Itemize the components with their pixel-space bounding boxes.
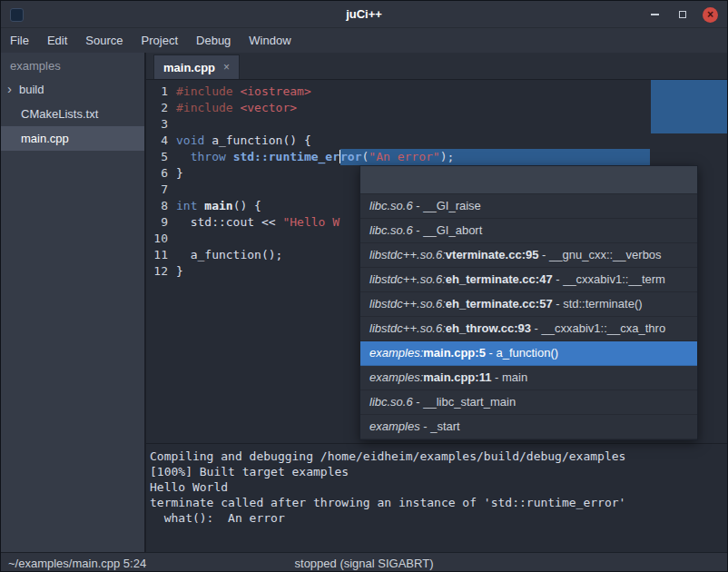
frame-location: main.cpp:5	[423, 346, 486, 360]
code-segment: ror	[340, 149, 361, 165]
titlebar: juCi++ ×	[1, 1, 727, 28]
terminal-line: terminate called after throwing an insta…	[150, 495, 724, 510]
frame-library: libstdc++.so.6:	[369, 248, 446, 261]
frame-function: - __cxxabiv1::__cxa_thro	[531, 321, 665, 335]
code-segment: std::cout <<	[176, 215, 282, 229]
chevron-right-icon[interactable]: ›	[7, 77, 12, 101]
code-line-2[interactable]: 2#include <vector>	[146, 100, 727, 116]
code-content: int main() {	[176, 198, 261, 214]
statusbar: ~/examples/main.cpp 5:24 stopped (signal…	[1, 552, 727, 572]
menubar: FileEditSourceProjectDebugWindow	[1, 28, 727, 53]
sidebar-item-main-cpp[interactable]: main.cpp	[1, 126, 144, 151]
stack-frame-row[interactable]: examples - _start	[360, 415, 697, 439]
frame-library: libstdc++.so.6:	[369, 297, 446, 311]
code-segment: <vector>	[240, 101, 297, 114]
frame-function: - a_function()	[486, 346, 558, 360]
stack-frame-row[interactable]: libstdc++.so.6:eh_terminate.cc:57 - std:…	[360, 292, 697, 317]
menu-edit[interactable]: Edit	[38, 28, 76, 53]
code-segment: int	[176, 199, 197, 212]
frame-location: eh_terminate.cc:47	[446, 272, 553, 286]
terminal-line: [100%] Built target examples	[150, 464, 724, 479]
stack-frame-row[interactable]: libc.so.6 - __GI_abort	[360, 219, 697, 243]
code-segment: }	[176, 264, 183, 278]
frame-location: eh_terminate.cc:57	[446, 297, 553, 311]
sidebar-item-cmakelists-txt[interactable]: CMakeLists.txt	[1, 102, 144, 126]
code-segment: a_function();	[176, 248, 282, 261]
code-content: #include <vector>	[176, 100, 297, 116]
line-number: 7	[146, 182, 168, 198]
minimize-icon	[651, 14, 659, 15]
code-segment: #include	[176, 101, 240, 114]
stack-frame-row[interactable]: libstdc++.so.6:eh_throw.cc:93 - __cxxabi…	[360, 317, 697, 341]
terminal-line: what(): An error	[150, 510, 724, 526]
menu-window[interactable]: Window	[240, 28, 300, 53]
file-tree-sidebar: examples ›buildCMakeLists.txtmain.cpp	[1, 53, 146, 552]
restore-icon	[679, 11, 686, 18]
code-segment: std::runtime_er	[233, 150, 339, 163]
window-controls: ×	[646, 1, 718, 28]
code-segment: (	[362, 149, 369, 165]
line-number: 11	[146, 247, 168, 263]
file-tree: ›buildCMakeLists.txtmain.cpp	[1, 77, 144, 151]
frame-library: libc.so.6	[369, 223, 413, 237]
code-segment	[226, 150, 233, 163]
stack-frame-row[interactable]: libstdc++.so.6:eh_terminate.cc:47 - __cx…	[360, 268, 697, 292]
stack-frame-row[interactable]: examples:main.cpp:11 - main	[360, 366, 697, 390]
line-number: 1	[146, 84, 168, 100]
terminal-line: Hello World	[150, 479, 724, 495]
code-segment: "Hello W	[282, 215, 339, 229]
tab-main-cpp[interactable]: main.cpp ×	[153, 54, 240, 79]
code-line-4[interactable]: 4void a_function() {	[146, 133, 727, 149]
code-segment: );	[440, 149, 455, 165]
frame-library: libstdc++.so.6:	[369, 321, 446, 335]
popup-search-input[interactable]	[360, 166, 697, 194]
stack-frame-row[interactable]: libc.so.6 - __GI_raise	[360, 194, 697, 219]
code-line-1[interactable]: 1#include <iostream>	[146, 84, 727, 100]
frame-function: - __GI_raise	[413, 199, 481, 212]
code-content: }	[176, 165, 183, 182]
frame-location: main.cpp:11	[423, 370, 491, 384]
stack-frame-row[interactable]: libc.so.6 - __libc_start_main	[360, 390, 697, 415]
frame-location: eh_throw.cc:93	[446, 321, 531, 335]
code-content: }	[176, 263, 183, 280]
code-segment: #include	[176, 84, 240, 98]
menu-file[interactable]: File	[1, 28, 38, 53]
menu-source[interactable]: Source	[76, 28, 132, 53]
line-number: 8	[146, 198, 168, 214]
code-content: std::cout << "Hello W	[176, 214, 339, 231]
code-segment: <iostream>	[240, 84, 310, 98]
code-segment: main	[204, 199, 232, 212]
sidebar-item-build[interactable]: ›build	[1, 77, 144, 102]
tooltip-fragment	[651, 80, 727, 133]
status-debug-state: stopped (signal SIGABRT)	[1, 557, 727, 570]
stack-frame-row[interactable]: examples:main.cpp:5 - a_function()	[360, 341, 697, 366]
restore-button[interactable]	[674, 6, 691, 23]
stack-frames-popup: libc.so.6 - __GI_raiselibc.so.6 - __GI_a…	[359, 165, 698, 440]
stack-frame-row[interactable]: libstdc++.so.6:vterminate.cc:95 - __gnu_…	[360, 243, 697, 268]
frame-library: libc.so.6	[369, 199, 413, 212]
frame-library: libstdc++.so.6:	[369, 272, 446, 286]
menu-debug[interactable]: Debug	[187, 28, 240, 53]
line-number: 2	[146, 100, 168, 116]
line-number: 10	[146, 231, 168, 247]
frame-function: - __cxxabiv1::__term	[553, 272, 665, 286]
close-button[interactable]: ×	[703, 7, 718, 23]
sidebar-item-label: build	[19, 83, 44, 96]
line-number: 4	[146, 133, 168, 149]
code-segment: throw	[191, 150, 226, 163]
frame-function: - std::terminate()	[553, 297, 643, 311]
tab-label: main.cpp	[163, 61, 215, 74]
frame-library: examples:	[369, 370, 423, 384]
output-panel[interactable]: Compiling and debugging /home/eidheim/ex…	[146, 443, 727, 552]
code-content: void a_function() {	[176, 133, 311, 149]
menu-project[interactable]: Project	[133, 28, 187, 53]
minimize-button[interactable]	[646, 6, 663, 23]
frame-function: - __libc_start_main	[413, 395, 516, 409]
code-line-5[interactable]: 5 throw std::runtime_error("An error");	[146, 149, 727, 165]
app-icon	[10, 8, 24, 22]
code-line-3[interactable]: 3	[146, 116, 727, 133]
selection-fill	[454, 149, 650, 165]
tab-close-icon[interactable]: ×	[223, 61, 230, 74]
frame-library: examples:	[369, 346, 423, 360]
stack-frames-list: libc.so.6 - __GI_raiselibc.so.6 - __GI_a…	[360, 194, 697, 439]
